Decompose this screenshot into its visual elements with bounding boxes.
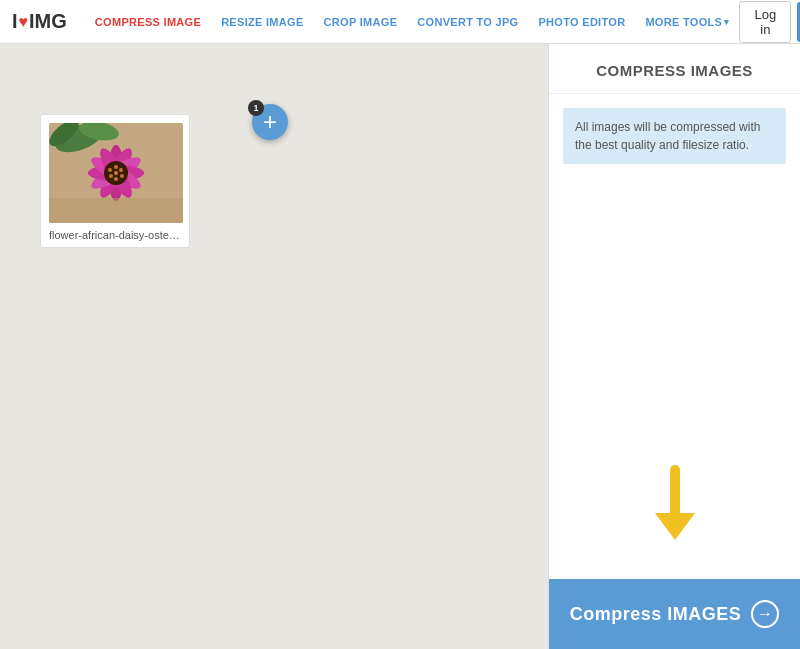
arrow-area [645, 465, 705, 549]
image-count-badge: 1 [248, 100, 264, 116]
svg-point-18 [119, 168, 123, 172]
chevron-down-icon: ▾ [724, 17, 729, 27]
compress-button-icon: → [751, 600, 779, 628]
logo[interactable]: I ♥ IMG [12, 10, 67, 33]
main-nav: COMPRESS IMAGE RESIZE IMAGE CROP IMAGE C… [85, 16, 740, 28]
svg-point-17 [114, 165, 118, 169]
arrow-right-icon: → [757, 605, 774, 623]
add-button-wrapper: 1 + [252, 104, 288, 140]
main-layout: 1 + [0, 44, 800, 649]
image-preview [49, 123, 183, 223]
svg-point-21 [109, 174, 113, 178]
nav-resize-image[interactable]: RESIZE IMAGE [211, 16, 313, 28]
content-area: 1 + [0, 44, 548, 649]
nav-more-tools[interactable]: MORE TOOLS ▾ [635, 16, 739, 28]
header-actions: Log in Sign up ≡ [739, 1, 800, 43]
svg-point-22 [108, 168, 112, 172]
nav-photo-editor[interactable]: PHOTO EDITOR [528, 16, 635, 28]
nav-compress-image[interactable]: COMPRESS IMAGE [85, 16, 211, 28]
logo-img: IMG [29, 10, 67, 33]
compress-button-label: Compress IMAGES [570, 604, 742, 625]
logo-i: I [12, 10, 18, 33]
svg-point-19 [120, 174, 124, 178]
svg-point-23 [114, 171, 118, 175]
compress-images-button[interactable]: Compress IMAGES → [549, 579, 800, 649]
logo-heart: ♥ [19, 13, 29, 31]
arrow-icon [645, 465, 705, 545]
plus-icon: + [263, 108, 277, 136]
svg-point-20 [114, 177, 118, 181]
flower-image [49, 123, 183, 223]
nav-convert-jpg[interactable]: CONVERT TO JPG [407, 16, 528, 28]
header: I ♥ IMG COMPRESS IMAGE RESIZE IMAGE CROP… [0, 0, 800, 44]
nav-crop-image[interactable]: CROP IMAGE [314, 16, 408, 28]
svg-marker-26 [655, 513, 695, 540]
login-button[interactable]: Log in [739, 1, 791, 43]
sidebar-info: All images will be compressed with the b… [563, 108, 786, 164]
svg-rect-24 [49, 198, 183, 223]
image-filename: flower-african-daisy-osteosper.. [49, 229, 181, 241]
image-card: flower-african-daisy-osteosper.. [40, 114, 190, 248]
sidebar: COMPRESS IMAGES All images will be compr… [548, 44, 800, 649]
sidebar-title: COMPRESS IMAGES [549, 44, 800, 94]
